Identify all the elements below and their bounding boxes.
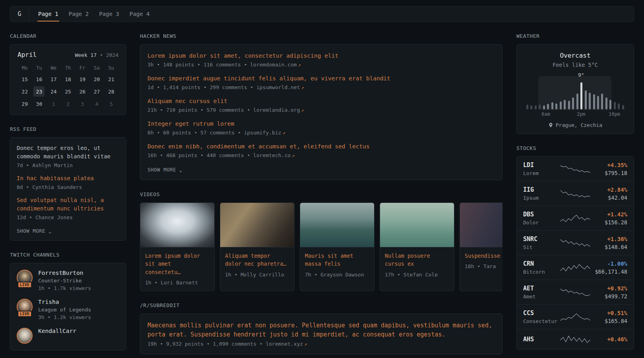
hn-item-stats: 21h • 710 points • 579 comments •	[147, 107, 253, 113]
weather-bar	[547, 104, 549, 109]
time-label: 2pm	[577, 111, 586, 117]
video-card[interactable]: Suspendisse diam 18h • Tara	[460, 202, 502, 291]
video-card[interactable]: Aliquam tempor dolor nec pharetra… 1h • …	[220, 202, 295, 291]
video-meta: 1h • Lori Barnett	[145, 280, 209, 286]
weather-bar	[539, 105, 541, 109]
calendar-day[interactable]: 20	[91, 74, 103, 84]
rss-item-title[interactable]: Donec tempor eros leo, ut commodo mauris…	[17, 144, 119, 161]
stock-symbol: DBS	[523, 211, 557, 218]
calendar-day[interactable]: 26	[77, 86, 88, 97]
video-title[interactable]: Lorem ipsum dolor sit amet consectetu…	[145, 253, 200, 275]
stock-values: -1.00% $66,171.48	[593, 261, 627, 275]
hn-item-stats: 3h • 148 points • 116 comments •	[147, 62, 250, 68]
calendar-day[interactable]: 18	[62, 74, 74, 84]
calendar-day-header: Tu	[33, 64, 45, 72]
hn-item-source-link[interactable]: loremtech.co	[253, 152, 291, 158]
weather-condition: Overcast	[523, 52, 627, 59]
hn-item-title[interactable]: Integer eget rutrum lorem	[147, 120, 495, 128]
calendar-day[interactable]: 21	[106, 74, 117, 84]
stock-row[interactable]: CCS Consectetur +0.51% $165.84	[517, 304, 634, 329]
calendar-year: 2024	[106, 52, 118, 58]
location-pin-icon	[548, 123, 553, 128]
video-card[interactable]: Lorem ipsum dolor sit amet consectetu… 1…	[140, 202, 215, 291]
hn-item-source-link[interactable]: loremdomain.com	[250, 62, 297, 68]
stock-row[interactable]: LDI Lorem +4.35% $795.18	[517, 157, 634, 181]
rss-show-more-button[interactable]: SHOW MORE⌄	[17, 228, 52, 234]
channel-name[interactable]: ForrestBurton	[38, 270, 83, 276]
hn-item-stats: 6h • 60 points • 57 comments •	[147, 130, 244, 136]
calendar-day[interactable]: 17	[48, 74, 59, 84]
weather-location-label: Prague, Czechia	[556, 122, 602, 128]
widget-title-weather: WEATHER	[516, 33, 634, 39]
hn-item-title[interactable]: Donec enim nibh, condimentum et accumsan…	[147, 142, 495, 151]
calendar-day[interactable]: 29	[19, 99, 30, 109]
external-link-icon: ↗	[301, 107, 304, 113]
twitch-channel[interactable]: LIVE ForrestBurton Counter-Strike 1h • 1…	[17, 270, 119, 291]
calendar-day[interactable]: 24	[48, 86, 59, 97]
calendar-day[interactable]: 5	[106, 99, 117, 109]
tab-page-1[interactable]: Page 1	[33, 6, 64, 21]
rss-item-title[interactable]: Sed volutpat nulla nisl, a condimentum n…	[17, 196, 119, 213]
stock-row[interactable]: IIG Ipsum +2.84% $42.04	[517, 181, 634, 206]
calendar-day[interactable]: 30	[33, 99, 45, 109]
calendar-day[interactable]: 22	[19, 86, 30, 97]
hn-item-source-link[interactable]: loremlandia.org	[253, 107, 300, 113]
hn-item-source-link[interactable]: ipsumworld.net	[256, 84, 300, 90]
calendar-day[interactable]: 4	[91, 99, 103, 109]
calendar-day[interactable]: 15	[19, 74, 30, 84]
stock-symbol: AHS	[523, 336, 557, 343]
stock-values: +1.36% $148.64	[593, 236, 627, 250]
stock-symbol: LDI	[523, 161, 557, 169]
calendar-day[interactable]: 2	[62, 99, 74, 109]
videos-widget: VIDEOS Lorem ipsum dolor sit amet consec…	[140, 191, 502, 291]
video-title[interactable]: Suspendisse diam	[465, 253, 502, 259]
calendar-day[interactable]: 28	[106, 86, 117, 97]
video-title[interactable]: Aliquam tempor dolor nec pharetra…	[225, 253, 286, 267]
twitch-channel[interactable]: LIVE Trisha League of Legends 3h • 1.2k …	[17, 299, 119, 320]
calendar-day[interactable]: 23	[33, 86, 45, 97]
subreddit-post-title[interactable]: Maecenas mollis pulvinar erat non posuer…	[147, 321, 495, 340]
calendar-day[interactable]: 16	[33, 74, 45, 84]
external-link-icon: ↗	[292, 153, 295, 158]
weather-bar	[568, 101, 570, 109]
video-title[interactable]: Mauris sit amet massa felis	[305, 253, 353, 267]
hn-item-title[interactable]: Lorem ipsum dolor sit amet, consectetur …	[147, 52, 495, 60]
twitch-channel[interactable]: KendallCarr	[17, 328, 119, 344]
stock-row[interactable]: AHS +0.46%	[517, 329, 634, 349]
hn-item-source-link[interactable]: ipsumify.biz	[244, 130, 281, 136]
stock-price: $66,171.48	[593, 268, 627, 275]
rss-item-title[interactable]: In hac habitasse platea	[17, 174, 119, 183]
calendar-day[interactable]: 19	[77, 74, 88, 84]
stock-row[interactable]: CRN Bitcorn -1.00% $66,171.48	[517, 255, 634, 280]
video-card[interactable]: Mauris sit amet massa felis 7h • Grayson…	[300, 202, 374, 291]
weather-bar	[601, 93, 603, 109]
calendar-day[interactable]: 3	[77, 99, 88, 109]
hn-item-title[interactable]: Donec imperdiet augue tincidunt felis al…	[147, 74, 495, 83]
video-card[interactable]: Nullam posuere cursus ex 17h • Stefan Co…	[380, 202, 454, 291]
stock-row[interactable]: DBS Dolor +1.42% $156.28	[517, 206, 634, 230]
channel-name[interactable]: Trisha	[38, 299, 59, 305]
calendar-day[interactable]: 1	[48, 99, 59, 109]
stock-change: +1.36%	[593, 236, 627, 242]
stock-values: +4.35% $795.18	[593, 162, 627, 176]
tab-page-3[interactable]: Page 3	[94, 6, 124, 21]
video-body: Lorem ipsum dolor sit amet consectetu… 1…	[140, 247, 214, 291]
tab-page-2[interactable]: Page 2	[64, 6, 94, 21]
video-title[interactable]: Nullam posuere cursus ex	[385, 253, 430, 267]
twitch-card: LIVE ForrestBurton Counter-Strike 1h • 1…	[10, 263, 126, 350]
hn-show-more-button[interactable]: SHOW MORE⌄	[147, 167, 182, 173]
hackernews-widget: HACKER NEWS Lorem ipsum dolor sit amet, …	[140, 33, 502, 180]
calendar-day[interactable]: 25	[62, 86, 74, 97]
stock-name: Dolor	[523, 220, 557, 226]
hn-item-stats: 16h • 468 points • 440 comments •	[147, 152, 253, 158]
tab-page-4[interactable]: Page 4	[124, 6, 155, 21]
time-label: 6am	[541, 111, 550, 117]
subreddit-source-link[interactable]: loremnet.xyz	[266, 341, 303, 347]
stock-row[interactable]: SNRC Sit +1.36% $148.64	[517, 230, 634, 255]
channel-name[interactable]: KendallCarr	[38, 328, 76, 334]
calendar-day[interactable]: 27	[91, 86, 103, 97]
stock-change: -1.00%	[593, 261, 627, 267]
calendar-day-header: We	[48, 64, 59, 72]
hn-item-title[interactable]: Aliquam nec cursus elit	[147, 97, 495, 105]
stock-row[interactable]: AET Amet +0.92% $499.72	[517, 280, 634, 304]
